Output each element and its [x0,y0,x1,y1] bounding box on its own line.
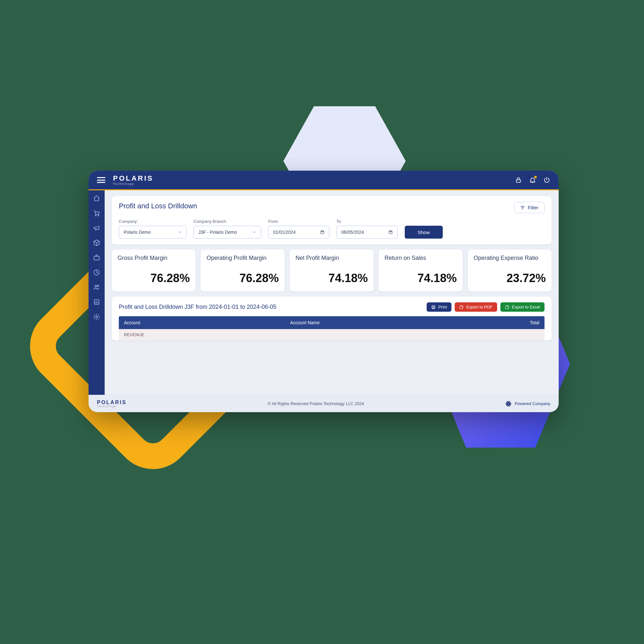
clock-icon[interactable] [93,269,100,276]
brand-sub: Technology [113,183,154,185]
atom-icon [505,400,512,407]
svg-point-2 [98,215,99,216]
footer-copyright: © All Rights Reserved Polaris Technology… [268,401,364,406]
megaphone-icon[interactable] [93,224,100,232]
chevron-down-icon [252,230,256,234]
print-button[interactable]: Print [427,302,451,312]
from-value: 01/01/2024 [273,230,296,235]
footer: POLARIS Technology © All Rights Reserved… [89,395,559,412]
app-window: POLARIS Technology [89,171,559,412]
export-excel-button[interactable]: Export to Excel [500,302,545,312]
svg-rect-10 [389,231,392,234]
table-header: Account Account Name Total [119,316,545,329]
branch-select[interactable]: J3F - Polaris Demo [194,226,261,239]
filter-button[interactable]: Filter [514,202,545,213]
briefcase-icon[interactable] [93,254,100,261]
topbar-actions [515,176,550,184]
footer-powered: Powered Company [505,400,550,407]
footer-powered-label: Powered Company [515,401,550,406]
col-account: Account [124,320,290,325]
kpi-card: Gross Profit Margin 76.28% [112,250,195,291]
kpi-label: Return on Sales [384,255,457,261]
file-pdf-icon [459,305,464,309]
kpi-label: Net Profit Margin [296,255,368,261]
col-total: Total [514,320,539,325]
chevron-down-icon [178,230,182,234]
file-excel-icon [505,305,509,309]
power-icon[interactable] [543,176,550,184]
bar-chart-icon[interactable] [93,298,100,306]
kpi-value: 76.28% [206,271,279,285]
main-content: Profit and Loss Drilldown Filter Company… [105,190,559,395]
svg-rect-3 [94,256,99,260]
kpi-card: Net Profit Margin 74.18% [290,250,374,291]
from-label: From [268,219,329,224]
export-excel-label: Export to Excel [512,305,540,309]
company-value: Polaris Demo [124,230,151,235]
svg-point-1 [95,215,96,216]
kpi-label: Operating Expense Ratio [474,255,546,261]
svg-rect-0 [516,180,521,182]
kpi-row: Gross Profit Margin 76.28% Operating Pro… [112,250,552,291]
export-pdf-label: Export to PDF [466,305,493,309]
calendar-icon [320,230,325,234]
kpi-card: Operating Expense Ratio 23.72% [468,250,552,291]
kpi-value: 76.28% [118,271,190,285]
cart-icon[interactable] [93,210,100,217]
footer-logo: POLARIS Technology [97,400,127,408]
svg-point-8 [96,316,98,318]
svg-point-5 [95,285,97,287]
notification-dot [534,176,537,178]
users-icon[interactable] [93,284,100,291]
kpi-card: Operating Profit Margin 76.28% [201,250,284,291]
settings-icon[interactable] [93,313,100,320]
company-label: Company: [119,219,186,224]
footer-brand-sub: Technology [97,405,127,408]
svg-point-6 [97,285,99,287]
topbar: POLARIS Technology [89,171,559,189]
report-title: Profit and Loss Drilldown J3F from 2024-… [119,304,276,310]
company-select[interactable]: Polaris Demo [119,226,186,239]
to-value: 06/05/2024 [341,230,364,235]
menu-toggle-button[interactable] [97,177,105,183]
brand-name: POLARIS [113,175,154,182]
sidebar [89,190,105,395]
col-account-name: Account Name [290,320,514,325]
kpi-card: Return on Sales 74.18% [379,250,462,291]
home-icon[interactable] [93,195,100,202]
report-card: Profit and Loss Drilldown J3F from 2024-… [112,297,552,340]
filter-card: Profit and Loss Drilldown Filter Company… [112,196,552,244]
print-label: Print [438,305,447,309]
footer-brand: POLARIS [97,400,127,405]
kpi-value: 74.18% [384,271,457,285]
page-title: Profit and Loss Drilldown [119,202,197,210]
kpi-label: Gross Profit Margin [118,255,190,261]
to-date-input[interactable]: 06/05/2024 [336,226,398,239]
printer-icon [431,305,436,309]
bell-icon[interactable] [529,176,536,184]
branch-label: Company Branch: [194,219,261,224]
export-pdf-button[interactable]: Export to PDF [455,302,497,312]
lock-icon[interactable] [515,176,522,184]
svg-rect-9 [321,231,324,234]
calendar-icon [388,230,393,234]
from-date-input[interactable]: 01/01/2024 [268,226,329,239]
to-label: To [336,219,398,224]
kpi-value: 74.18% [296,271,368,285]
branch-value: J3F - Polaris Demo [198,230,237,235]
report-actions: Print Export to PDF Export to Excel [427,302,545,312]
show-button[interactable]: Show [405,226,443,239]
kpi-value: 23.72% [474,271,546,285]
row-account: REVENUE [124,332,144,337]
table-row[interactable]: REVENUE [119,329,545,340]
svg-point-14 [508,403,509,404]
cube-icon[interactable] [93,239,100,246]
kpi-label: Operating Profit Margin [206,255,279,261]
brand-logo: POLARIS Technology [113,175,154,185]
filter-button-label: Filter [528,205,538,210]
